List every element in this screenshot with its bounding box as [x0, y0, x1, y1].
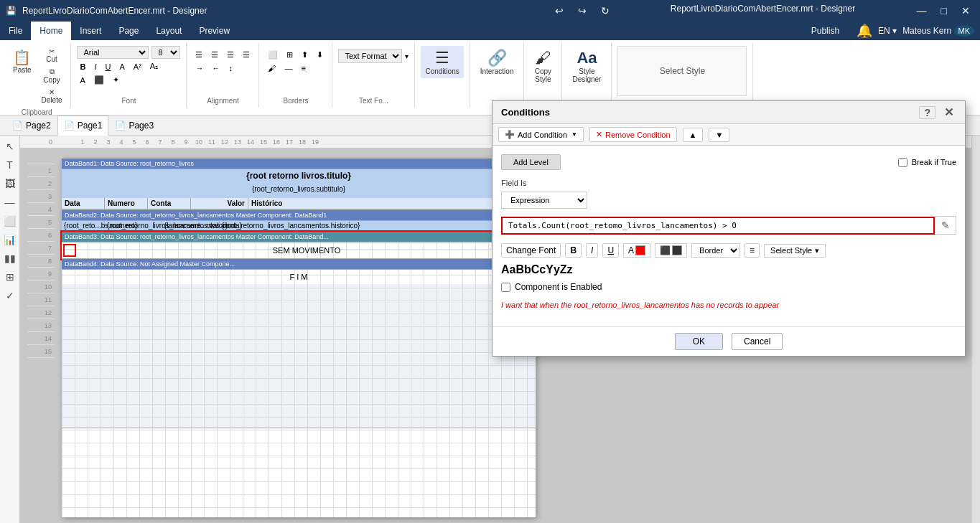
workspace: ↖ T 🖼 — ⬜ 📊 ▮▮ ⊞ ✓ 0 1 2 3 4 5 6 7 8 9 1…	[0, 136, 980, 523]
component-enabled-checkbox[interactable]	[501, 283, 510, 292]
border-inner-button[interactable]: ⊞	[284, 49, 296, 61]
minimize-btn[interactable]: —	[913, 4, 931, 18]
align-justify-button[interactable]: ☰	[240, 49, 253, 61]
tool-chart[interactable]: 📊	[2, 232, 18, 248]
user-name[interactable]: Mateus Kern MK	[902, 26, 974, 36]
clear-format-button[interactable]: ✦	[110, 74, 122, 86]
line-spacing-button[interactable]: ↕	[225, 62, 235, 74]
border-bottom-button[interactable]: ⬇	[314, 49, 326, 61]
superscript-button[interactable]: A²	[131, 61, 144, 72]
close-btn[interactable]: ✕	[957, 4, 974, 18]
tab-page1[interactable]: 📄 Page1	[57, 116, 109, 136]
notification-icon[interactable]: 🔔	[857, 23, 872, 39]
add-level-button[interactable]: Add Level	[501, 154, 561, 170]
expression-input[interactable]	[501, 217, 935, 235]
interaction-button[interactable]: 🔗 Interaction	[476, 46, 518, 78]
tool-line[interactable]: —	[2, 194, 18, 210]
font-family-select[interactable]: Arial	[77, 46, 149, 59]
move-down-button[interactable]: ▼	[709, 128, 729, 142]
dialog-help-button[interactable]: ?	[919, 106, 935, 119]
font-color-button[interactable]: A	[77, 75, 88, 86]
tool-select[interactable]: ↖	[2, 138, 18, 154]
outdent-button[interactable]: ←	[209, 62, 223, 74]
align-left-button[interactable]: ☰	[192, 49, 205, 61]
format-underline-button[interactable]: U	[602, 243, 619, 258]
highlight-color-button[interactable]: ⬛	[655, 243, 687, 258]
move-up-button[interactable]: ▲	[683, 128, 704, 142]
format-bold-button[interactable]: B	[565, 243, 582, 258]
select-style-area[interactable]: Select Style	[617, 46, 747, 96]
color-fill-button[interactable]: 🖌	[265, 62, 279, 74]
title-bar: 💾 ReportLivroDiarioComAbertEncer.mrt - D…	[0, 0, 980, 22]
cut-button[interactable]: ✂ Cut	[39, 46, 65, 65]
dialog-close-button[interactable]: ✕	[941, 105, 956, 119]
undo-btn[interactable]: ↩	[551, 4, 568, 18]
style-designer-button[interactable]: Aa StyleDesigner	[568, 46, 605, 86]
font-size-select[interactable]: 8	[151, 46, 180, 59]
bold-button[interactable]: B	[77, 61, 88, 72]
menu-page[interactable]: Page	[110, 22, 147, 40]
databand1: DataBand1: Data Source: root_retorno_liv…	[62, 159, 536, 210]
expression-input-row: ✎	[501, 216, 956, 235]
field-is-select[interactable]: Expression	[501, 192, 587, 209]
publish-button[interactable]: Publish	[800, 23, 851, 39]
tool-rect[interactable]: ⬜	[2, 213, 18, 229]
font-color-button[interactable]: A	[623, 243, 650, 258]
right-scrollbar[interactable]	[971, 136, 980, 523]
line-spacing-button[interactable]: ≡	[745, 243, 760, 258]
border-top-button[interactable]: ⬆	[299, 49, 311, 61]
align-center-button[interactable]: ☰	[208, 49, 221, 61]
menu-preview[interactable]: Preview	[190, 22, 238, 40]
add-condition-button[interactable]: ➕ Add Condition	[498, 127, 584, 142]
format-italic-button[interactable]: I	[586, 243, 598, 258]
menu-home[interactable]: Home	[31, 22, 71, 40]
interaction-icon: 🔗	[487, 49, 507, 67]
databand3[interactable]: DataBand3: Data Source: root_retorno_liv…	[62, 232, 536, 259]
remove-condition-button[interactable]: ✕ Remove Condition	[589, 127, 677, 142]
tool-table[interactable]: ⊞	[2, 269, 18, 285]
line-color-button[interactable]: —	[281, 62, 295, 74]
copy-button[interactable]: ⧉ Copy	[39, 66, 65, 85]
expression-edit-button[interactable]: ✎	[935, 216, 956, 235]
redo-btn[interactable]: ↪	[574, 4, 591, 18]
menu-file[interactable]: File	[0, 22, 31, 40]
delete-button[interactable]: ✕ Delete	[39, 87, 65, 105]
field-is-label: Field Is	[501, 179, 956, 187]
tool-text[interactable]: T	[2, 157, 18, 173]
change-font-button[interactable]: Change Font	[501, 243, 561, 258]
tab-page3[interactable]: 📄 Page3	[108, 116, 160, 136]
maximize-btn[interactable]: □	[937, 4, 951, 18]
dialog-title-bar: Conditions ? ✕	[493, 101, 965, 124]
language-selector[interactable]: EN ▾	[878, 26, 897, 36]
ribbon-group-clipboard: 📋 Paste ✂ Cut ⧉ Copy ✕ Delete	[3, 43, 71, 108]
underline-button[interactable]: U	[103, 61, 114, 72]
strikethrough-button[interactable]: A	[116, 61, 127, 72]
tool-check[interactable]: ✓	[2, 288, 18, 303]
tool-image[interactable]: 🖼	[2, 176, 18, 192]
cancel-button[interactable]: Cancel	[732, 333, 783, 350]
conditions-button[interactable]: ☰ Conditions	[421, 46, 463, 78]
ok-button[interactable]: OK	[675, 333, 723, 350]
subscript-button[interactable]: A₂	[147, 60, 161, 72]
paste-button[interactable]: 📋 Paste	[9, 46, 36, 77]
text-format-select[interactable]: Text Format	[338, 49, 402, 63]
band1-subtitle: {root_retorno_livros.subtitulo}	[62, 184, 536, 198]
line-style-button[interactable]: ≡	[298, 62, 308, 74]
menu-layout[interactable]: Layout	[147, 22, 190, 40]
indent-button[interactable]: →	[192, 62, 206, 74]
refresh-btn[interactable]: ↻	[597, 4, 614, 18]
tab-page2[interactable]: 📄 Page2	[6, 116, 57, 136]
arrow-down-icon: ▼	[715, 131, 723, 139]
highlight-swatch	[672, 245, 682, 255]
select-style-button[interactable]: Select Style ▾	[764, 244, 826, 258]
tool-barcode[interactable]: ▮▮	[2, 250, 18, 266]
border-select[interactable]: Border	[691, 243, 740, 258]
menu-insert[interactable]: Insert	[71, 22, 110, 40]
highlight-button[interactable]: ⬛	[91, 74, 107, 86]
italic-button[interactable]: I	[91, 61, 99, 72]
align-right-button[interactable]: ☰	[224, 49, 237, 61]
border-outer-button[interactable]: ⬜	[265, 49, 281, 61]
dialog-toolbar: ➕ Add Condition ✕ Remove Condition ▲ ▼	[493, 124, 965, 146]
copy-style-button[interactable]: 🖌 CopyStyle	[530, 46, 556, 86]
break-if-true-checkbox[interactable]	[898, 158, 907, 167]
